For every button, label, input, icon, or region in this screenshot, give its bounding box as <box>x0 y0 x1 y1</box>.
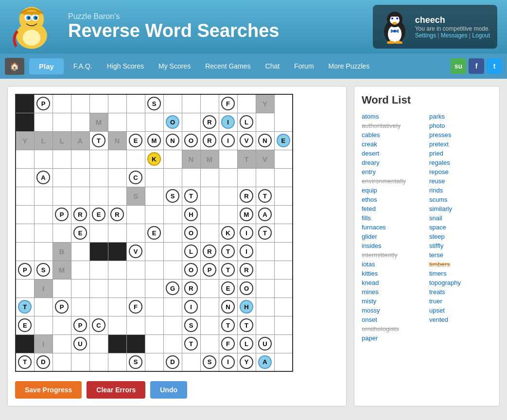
cell-5-9[interactable]: T <box>182 187 200 205</box>
word-item-repose[interactable]: repose <box>429 168 492 176</box>
cell-0-0[interactable] <box>16 94 34 113</box>
cell-12-2[interactable] <box>52 316 71 334</box>
cell-1-2[interactable] <box>52 113 71 131</box>
cell-5-8[interactable]: S <box>163 187 182 205</box>
cell-14-8[interactable]: D <box>163 353 182 371</box>
cell-2-6[interactable]: E <box>126 131 145 150</box>
save-button[interactable]: Save Progress <box>15 381 82 399</box>
word-item-steep[interactable]: steep <box>429 232 492 241</box>
cell-0-12[interactable] <box>237 94 256 113</box>
cell-6-11[interactable] <box>219 205 237 224</box>
forum-link[interactable]: Forum <box>287 58 321 74</box>
cell-2-12[interactable]: V <box>237 131 256 150</box>
word-item-ethos[interactable]: ethos <box>362 195 424 204</box>
cell-4-10[interactable] <box>200 168 219 187</box>
cell-2-3[interactable]: A <box>71 131 89 150</box>
cell-0-2[interactable] <box>52 94 71 113</box>
more-puzzles-link[interactable]: More Puzzles <box>321 58 377 74</box>
cell-3-6[interactable] <box>126 150 145 168</box>
cell-11-9[interactable]: I <box>182 298 200 316</box>
cell-14-5[interactable] <box>108 353 126 371</box>
cell-10-13[interactable] <box>256 279 274 298</box>
cell-3-14[interactable] <box>274 150 293 168</box>
cell-12-5[interactable] <box>108 316 126 334</box>
cell-1-3[interactable] <box>71 113 89 131</box>
cell-14-0[interactable]: T <box>16 353 34 371</box>
cell-2-4[interactable]: T <box>89 131 108 150</box>
cell-2-10[interactable]: R <box>200 131 219 150</box>
word-item-misty[interactable]: misty <box>362 297 424 305</box>
word-item-truer[interactable]: truer <box>429 297 492 305</box>
cell-1-5[interactable] <box>108 113 126 131</box>
cell-4-14[interactable] <box>274 168 293 187</box>
word-item-snail[interactable]: snail <box>429 214 492 222</box>
cell-14-12[interactable]: Y <box>237 353 256 371</box>
cell-13-4[interactable] <box>89 334 108 353</box>
cell-2-0[interactable]: Y <box>16 131 34 150</box>
cell-2-14[interactable]: E <box>274 131 293 150</box>
cell-4-12[interactable] <box>237 168 256 187</box>
cell-1-0[interactable] <box>16 113 34 131</box>
cell-1-1[interactable] <box>34 113 52 131</box>
cell-11-8[interactable] <box>163 298 182 316</box>
word-item-presses[interactable]: presses <box>429 131 492 139</box>
word-item-environmentally[interactable]: environmentally <box>362 177 424 185</box>
cell-11-10[interactable] <box>200 298 219 316</box>
cell-4-9[interactable] <box>182 168 200 187</box>
cell-1-13[interactable] <box>256 113 274 131</box>
cell-8-10[interactable]: R <box>200 242 219 261</box>
cell-3-12[interactable]: T <box>237 150 256 168</box>
cell-4-6[interactable]: C <box>126 168 145 187</box>
cell-4-13[interactable] <box>256 168 274 187</box>
word-item-glider[interactable]: glider <box>362 232 424 241</box>
cell-10-3[interactable] <box>71 279 89 298</box>
cell-14-3[interactable] <box>71 353 89 371</box>
word-item-creak[interactable]: creak <box>362 140 424 148</box>
logout-link[interactable]: Logout <box>472 32 490 39</box>
cell-12-7[interactable] <box>145 316 163 334</box>
cell-8-6[interactable]: V <box>126 242 145 261</box>
word-item-equip[interactable]: equip <box>362 186 424 194</box>
cell-6-9[interactable]: H <box>182 205 200 224</box>
word-item-treats[interactable]: treats <box>429 288 492 296</box>
cell-14-13[interactable]: A <box>256 353 274 371</box>
cell-7-7[interactable]: E <box>145 224 163 242</box>
cell-11-12[interactable]: H <box>237 298 256 316</box>
cell-14-7[interactable] <box>145 353 163 371</box>
cell-3-1[interactable] <box>34 150 52 168</box>
cell-7-11[interactable]: K <box>219 224 237 242</box>
cell-13-14[interactable] <box>274 334 293 353</box>
word-item-similarly[interactable]: similarly <box>429 205 492 213</box>
cell-9-4[interactable] <box>89 261 108 279</box>
cell-13-5[interactable] <box>108 334 126 353</box>
messages-link[interactable]: Messages <box>441 32 468 39</box>
cell-10-11[interactable]: E <box>219 279 237 298</box>
cell-3-10[interactable]: M <box>200 150 219 168</box>
cell-12-0[interactable]: E <box>16 316 34 334</box>
cell-13-12[interactable]: L <box>237 334 256 353</box>
cell-2-11[interactable]: I <box>219 131 237 150</box>
cell-9-5[interactable] <box>108 261 126 279</box>
recent-games-link[interactable]: Recent Games <box>198 58 258 74</box>
cell-7-5[interactable] <box>108 224 126 242</box>
cell-2-5[interactable]: N <box>108 131 126 150</box>
faq-link[interactable]: F.A.Q. <box>66 58 100 74</box>
cell-8-8[interactable] <box>163 242 182 261</box>
settings-link[interactable]: Settings <box>415 32 436 39</box>
cell-8-13[interactable] <box>256 242 274 261</box>
cell-6-12[interactable]: M <box>237 205 256 224</box>
cell-5-12[interactable]: R <box>237 187 256 205</box>
word-item-space[interactable]: space <box>429 223 492 231</box>
cell-0-8[interactable] <box>163 94 182 113</box>
cell-7-12[interactable]: I <box>237 224 256 242</box>
cell-9-14[interactable] <box>274 261 293 279</box>
cell-3-5[interactable] <box>108 150 126 168</box>
cell-14-14[interactable] <box>274 353 293 371</box>
cell-2-2[interactable]: L <box>52 131 71 150</box>
grid-container[interactable]: PSFYMORILYLLATNEMNORIVNEKNMTVACSSTRTPRER… <box>15 94 293 372</box>
cell-12-3[interactable]: P <box>71 316 89 334</box>
cell-13-2[interactable] <box>52 334 71 353</box>
cell-5-2[interactable] <box>52 187 71 205</box>
cell-14-6[interactable]: S <box>126 353 145 371</box>
cell-1-4[interactable]: M <box>89 113 108 131</box>
